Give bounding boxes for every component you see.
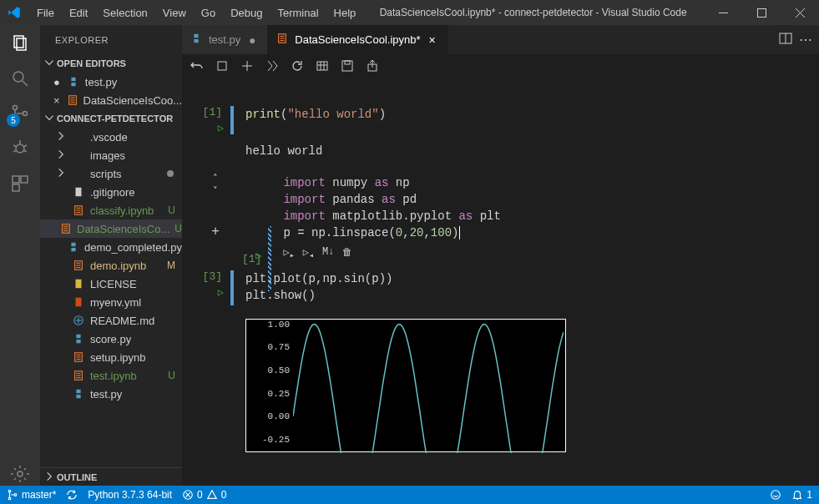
svg-rect-37 [76, 298, 82, 307]
menu-debug[interactable]: Debug [224, 3, 269, 23]
editor-tab[interactable]: test.py● [182, 25, 268, 54]
file-tree-item[interactable]: setup.ipynb [40, 348, 182, 366]
add-icon[interactable] [240, 59, 254, 75]
chevron-up-icon[interactable]: ˄ [213, 173, 218, 184]
notifications-icon[interactable]: 1 [791, 489, 812, 501]
open-editors-label: OPEN EDITORS [57, 58, 126, 68]
file-label: classify.ipynb [90, 204, 154, 217]
sync-icon[interactable] [66, 489, 78, 501]
git-branch[interactable]: master* [7, 489, 56, 501]
file-tree-item[interactable]: demo.ipynbM [40, 256, 182, 275]
file-label: test.py [90, 388, 122, 401]
svg-point-8 [23, 112, 28, 116]
problems[interactable]: 0 0 [182, 489, 226, 501]
file-tree-item[interactable]: score.py [40, 330, 182, 348]
delete-icon[interactable]: 🗑 [342, 246, 352, 260]
cell-toolbar: ▷▸▷◂M↓🗑 [283, 246, 806, 260]
run-above-icon[interactable]: ▷◂ [303, 246, 314, 260]
close-icon[interactable]: × [426, 33, 439, 47]
file-icon [72, 370, 85, 381]
tab-label: test.py [209, 33, 240, 46]
svg-rect-62 [342, 61, 352, 71]
file-label: scripts [90, 168, 122, 180]
stop-icon[interactable] [215, 59, 229, 75]
save-icon[interactable] [341, 59, 354, 75]
file-tree-item[interactable]: demo_completed.py [40, 238, 182, 256]
file-label: .gitignore [90, 186, 134, 199]
restart-icon[interactable] [291, 59, 304, 75]
git-status: U [168, 204, 175, 216]
notebook-cell[interactable]: [3]▷plt.plot(p,np.sin(p))plt.show() [190, 269, 811, 305]
cell-code[interactable]: plt.plot(p,np.sin(p))plt.show() [240, 269, 811, 305]
file-tree-item[interactable]: classify.ipynbU [40, 201, 182, 219]
file-tree-item[interactable]: test.py [40, 385, 182, 403]
interpreter[interactable]: Python 3.7.3 64-bit [88, 489, 172, 501]
y-tick-label: 0.50 [268, 365, 290, 375]
menu-terminal[interactable]: Terminal [270, 3, 325, 23]
export-icon[interactable] [366, 59, 379, 75]
file-icon [72, 388, 85, 400]
grid-icon[interactable] [316, 59, 329, 75]
file-label: demo_completed.py [84, 241, 182, 254]
notebook[interactable]: [1]▷print("hello world")hello world˄˅+[1… [182, 79, 819, 486]
close-button[interactable] [781, 0, 819, 25]
extensions-icon[interactable] [8, 172, 32, 195]
file-tree-item[interactable]: .vscode [40, 128, 182, 146]
file-tree-item[interactable]: scripts [40, 164, 182, 183]
feedback-icon[interactable] [770, 489, 781, 501]
cell-code[interactable]: print("hello world") [240, 104, 811, 134]
cell-code[interactable]: import numpy as npimport pandas as pdimp… [278, 173, 811, 262]
svg-point-9 [16, 144, 24, 153]
svg-point-67 [14, 494, 17, 496]
run-cell-icon[interactable]: ▷ [255, 249, 261, 262]
more-icon[interactable]: ⋯ [799, 32, 812, 48]
activity-bar: 5 [0, 25, 40, 486]
maximize-button[interactable] [742, 0, 781, 25]
editor-tab[interactable]: DataScienceIsCool.ipynb*× [268, 25, 447, 54]
chevron-down-icon[interactable]: ˅ [213, 185, 218, 196]
file-tree-item[interactable]: LICENSE [40, 275, 182, 293]
close-icon[interactable]: × [53, 94, 60, 107]
file-tree-item[interactable]: .gitignore [40, 183, 182, 201]
file-tree-item[interactable]: myenv.yml [40, 293, 182, 311]
file-tree-item[interactable]: DataScienceIsCo...U [40, 219, 182, 238]
open-editor-item[interactable]: ●test.py [40, 73, 182, 91]
menu-view[interactable]: View [156, 3, 193, 23]
settings-icon[interactable] [8, 462, 32, 486]
chevron-right-icon [55, 130, 67, 144]
run-cell-icon[interactable]: ▷ [218, 286, 224, 299]
run-below-icon[interactable]: ▷▸ [283, 246, 294, 260]
workspace-header[interactable]: CONNECT-PETDETECTOR [40, 109, 182, 128]
split-editor-icon[interactable] [779, 32, 792, 48]
file-tree-item[interactable]: README.md [40, 311, 182, 330]
file-icon [72, 333, 85, 345]
file-tree-item[interactable]: test.ipynbU [40, 366, 182, 385]
menu-help[interactable]: Help [327, 3, 363, 23]
svg-rect-63 [345, 61, 350, 64]
explorer-icon[interactable] [8, 32, 32, 55]
debug-icon[interactable] [8, 137, 32, 160]
markdown-icon[interactable]: M↓ [322, 246, 334, 260]
open-editors-header[interactable]: OPEN EDITORS [40, 54, 182, 73]
menu-go[interactable]: Go [195, 3, 222, 23]
notebook-cell[interactable]: [1]▷print("hello world") [190, 104, 811, 134]
undo-icon[interactable] [190, 59, 204, 75]
search-icon[interactable] [8, 67, 32, 90]
file-icon [67, 76, 80, 88]
minimize-button[interactable] [704, 0, 742, 25]
svg-rect-3 [17, 38, 26, 50]
scm-icon[interactable]: 5 [8, 102, 32, 125]
file-tree-item[interactable]: images [40, 146, 182, 164]
open-editor-item[interactable]: ×DataScienceIsCoo... [40, 91, 182, 109]
menu-edit[interactable]: Edit [63, 3, 94, 23]
notebook-cell[interactable]: ˄˅+[1]▷import numpy as npimport pandas a… [190, 173, 811, 262]
menu-selection[interactable]: Selection [96, 3, 154, 23]
exec-count: [1] [203, 106, 222, 118]
run-cell-icon[interactable]: ▷ [218, 122, 224, 134]
menu-file[interactable]: File [30, 3, 61, 23]
file-label: images [90, 149, 125, 162]
outline-header[interactable]: OUTLINE [40, 467, 182, 486]
add-icon[interactable]: + [211, 224, 220, 239]
run-all-icon[interactable] [265, 59, 279, 75]
file-icon [72, 204, 85, 216]
